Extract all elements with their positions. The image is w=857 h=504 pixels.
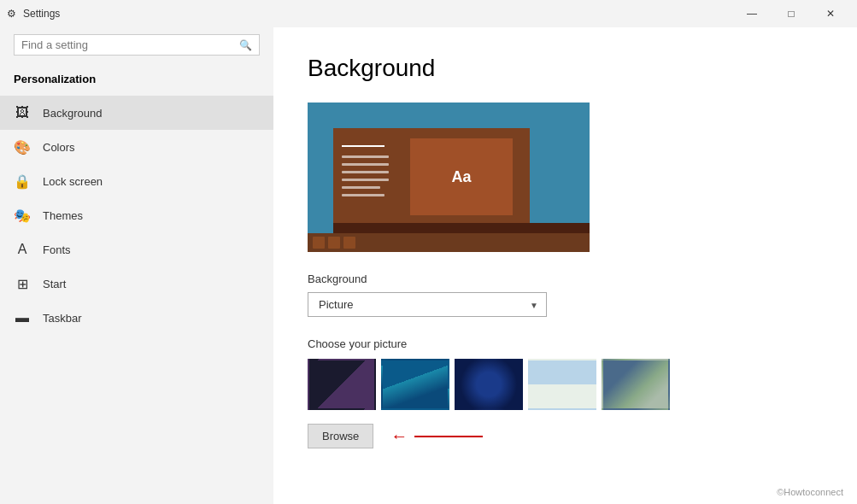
preview-line-3 [342, 171, 389, 173]
sidebar-item-label-lock-screen: Lock screen [43, 175, 103, 188]
section-title: Personalization [0, 69, 273, 96]
preview-bottom-rect [333, 223, 590, 233]
picture-thumb-3[interactable] [455, 359, 523, 410]
sidebar-item-label-fonts: Fonts [43, 243, 71, 256]
watermark: ©Howtoconnect [777, 487, 843, 497]
title-bar: ⚙ Settings — □ ✕ [0, 0, 857, 27]
preview-taskbar [308, 233, 590, 252]
preview-line-5 [342, 186, 380, 189]
settings-icon: ⚙ [7, 8, 16, 20]
preview-line-2 [342, 163, 389, 166]
preview-aa-label: Aa [451, 168, 471, 186]
arrow-annotation: ← [390, 426, 483, 446]
dropdown-wrapper: PictureSolid colorSlideshow ▼ [308, 292, 547, 317]
start-icon: ⊞ [14, 275, 31, 292]
nav-list: 🖼 Background 🎨 Colors 🔒 Lock screen 🎭 Th… [0, 96, 273, 335]
picture-thumb-2[interactable] [381, 359, 449, 410]
themes-icon: 🎭 [14, 207, 31, 224]
taskbar-dot-1 [313, 237, 325, 249]
preview-line-1 [342, 155, 389, 158]
preview-line-6 [342, 194, 384, 196]
sidebar-item-label-themes: Themes [43, 209, 83, 222]
search-icon: 🔍 [239, 39, 252, 51]
title-bar-left: ⚙ Settings [7, 8, 60, 20]
colors-icon: 🎨 [14, 138, 31, 155]
taskbar-dot-3 [343, 237, 355, 249]
arrow-line [414, 436, 483, 437]
preview-lines [342, 145, 389, 196]
fonts-icon: A [14, 241, 31, 258]
picture-grid [308, 359, 823, 410]
red-arrow-icon: ← [390, 426, 408, 446]
browse-button[interactable]: Browse [308, 424, 373, 448]
sidebar-item-themes[interactable]: 🎭 Themes [0, 198, 273, 232]
sidebar-item-label-taskbar: Taskbar [43, 312, 82, 325]
background-dropdown[interactable]: PictureSolid colorSlideshow [308, 292, 547, 317]
app-title: Settings [23, 8, 60, 20]
picture-thumb-1[interactable] [308, 359, 376, 410]
preview-line-white [342, 145, 384, 147]
desktop-preview: Aa [308, 103, 590, 252]
preview-line-4 [342, 179, 389, 181]
sidebar-item-fonts[interactable]: A Fonts [0, 232, 273, 267]
background-field-label: Background [308, 273, 823, 285]
app-container: 🔍 Personalization 🖼 Background 🎨 Colors … [0, 27, 857, 504]
minimize-button[interactable]: — [732, 0, 772, 27]
title-bar-controls: — □ ✕ [732, 0, 850, 27]
sidebar-item-taskbar[interactable]: ▬ Taskbar [0, 301, 273, 335]
picture-thumb-4[interactable] [528, 359, 596, 410]
page-title: Background [308, 55, 823, 82]
choose-picture-label: Choose your picture [308, 337, 823, 350]
taskbar-dot-2 [328, 237, 340, 249]
sidebar-item-background[interactable]: 🖼 Background [0, 96, 273, 130]
sidebar-item-label-background: Background [43, 107, 102, 120]
taskbar-icon: ▬ [14, 309, 31, 326]
sidebar: 🔍 Personalization 🖼 Background 🎨 Colors … [0, 27, 273, 504]
picture-thumb-5[interactable] [602, 359, 670, 410]
sidebar-item-colors[interactable]: 🎨 Colors [0, 130, 273, 164]
main-content: Background Aa [273, 27, 857, 504]
close-button[interactable]: ✕ [811, 0, 850, 27]
sidebar-item-label-colors: Colors [43, 141, 75, 154]
sidebar-item-label-start: Start [43, 278, 66, 290]
preview-window-inner: Aa [410, 138, 513, 215]
background-icon: 🖼 [14, 104, 31, 121]
sidebar-item-start[interactable]: ⊞ Start [0, 267, 273, 301]
lock-screen-icon: 🔒 [14, 173, 31, 190]
search-box[interactable]: 🔍 [14, 34, 260, 56]
search-input[interactable] [21, 38, 239, 51]
sidebar-item-lock-screen[interactable]: 🔒 Lock screen [0, 164, 273, 198]
browse-wrapper: Browse ← [308, 424, 823, 448]
maximize-button[interactable]: □ [772, 0, 811, 27]
